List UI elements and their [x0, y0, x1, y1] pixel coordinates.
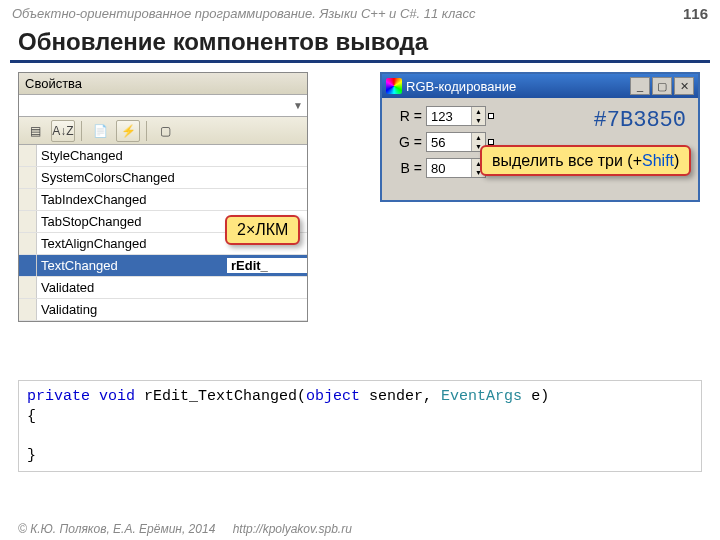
maximize-button[interactable]: ▢	[652, 77, 672, 95]
close-button[interactable]: ✕	[674, 77, 694, 95]
page-title: Обновление компонентов вывода	[18, 28, 428, 56]
rgb-window-title: RGB-кодирование	[406, 79, 516, 94]
keyword: void	[99, 388, 135, 405]
breadcrumb: Объектно-ориентированное программировани…	[12, 6, 476, 21]
numeric-value: 56	[427, 135, 471, 150]
property-row[interactable]: TextChangedrEdit_	[19, 255, 307, 277]
type: EventArgs	[441, 388, 522, 405]
numeric-value: 123	[427, 109, 471, 124]
rgb-label: G =	[392, 134, 422, 150]
code-text: }	[27, 447, 36, 464]
property-name: SystemColorsChanged	[37, 170, 227, 185]
spin-up-icon[interactable]: ▲	[472, 107, 485, 116]
copyright: © К.Ю. Поляков, Е.А. Ерёмин, 2014	[18, 522, 215, 536]
callout-shift-key: Shift	[642, 152, 674, 169]
page-number: 116	[683, 5, 708, 22]
property-row[interactable]: SystemColorsChanged	[19, 167, 307, 189]
code-text: {	[27, 408, 36, 425]
code-block: private void rEdit_TextChanged(object se…	[18, 380, 702, 472]
callout-text: )	[674, 152, 679, 169]
toolbar-separator	[146, 121, 147, 141]
categorized-button[interactable]: ▤	[23, 120, 47, 142]
property-name: TextChanged	[37, 258, 227, 273]
property-name: Validated	[37, 280, 227, 295]
property-value[interactable]: rEdit_	[227, 258, 307, 273]
callout-text: выделить все три (+	[492, 152, 642, 169]
rgb-label: R =	[392, 108, 422, 124]
properties-panel-title: Свойства	[19, 73, 307, 95]
spin-down-icon[interactable]: ▼	[472, 116, 485, 125]
property-name: TabIndexChanged	[37, 192, 227, 207]
property-pages-button[interactable]: ▢	[153, 120, 177, 142]
spin-up-icon[interactable]: ▲	[472, 133, 485, 142]
hex-value: #7B3850	[594, 108, 686, 133]
callout-select-all: выделить все три (+Shift)	[480, 145, 691, 176]
app-icon	[386, 78, 402, 94]
properties-object-combo[interactable]: ▼	[19, 95, 307, 117]
rgb-label: B =	[392, 160, 422, 176]
property-row[interactable]: TabIndexChanged	[19, 189, 307, 211]
numeric-updown[interactable]: 123▲▼	[426, 106, 486, 126]
numeric-value: 80	[427, 161, 471, 176]
rgb-window-titlebar[interactable]: RGB-кодирование _ ▢ ✕	[382, 74, 698, 98]
minimize-button[interactable]: _	[630, 77, 650, 95]
property-row[interactable]: Validated	[19, 277, 307, 299]
events-button[interactable]: ⚡	[116, 120, 140, 142]
alphabetical-button[interactable]: A↓Z	[51, 120, 75, 142]
selection-handle[interactable]	[488, 113, 494, 119]
code-text: sender,	[360, 388, 441, 405]
property-row[interactable]: StyleChanged	[19, 145, 307, 167]
code-text: rEdit_TextChanged(	[135, 388, 306, 405]
callout-double-click: 2×ЛКМ	[225, 215, 300, 245]
rgb-window: RGB-кодирование _ ▢ ✕ R =123▲▼G =56▲▼B =…	[380, 72, 700, 202]
toolbar-separator	[81, 121, 82, 141]
numeric-updown[interactable]: 80▲▼	[426, 158, 486, 178]
keyword: private	[27, 388, 90, 405]
property-name: StyleChanged	[37, 148, 227, 163]
numeric-updown[interactable]: 56▲▼	[426, 132, 486, 152]
keyword: object	[306, 388, 360, 405]
property-name: TabStopChanged	[37, 214, 227, 229]
footer: © К.Ю. Поляков, Е.А. Ерёмин, 2014 http:/…	[18, 522, 352, 536]
property-name: Validating	[37, 302, 227, 317]
properties-button[interactable]: 📄	[88, 120, 112, 142]
footer-url: http://kpolyakov.spb.ru	[233, 522, 352, 536]
code-text: e)	[522, 388, 549, 405]
properties-panel: Свойства ▼ ▤ A↓Z 📄 ⚡ ▢ StyleChangedSyste…	[18, 72, 308, 322]
property-row[interactable]: Validating	[19, 299, 307, 321]
properties-toolbar: ▤ A↓Z 📄 ⚡ ▢	[19, 117, 307, 145]
title-underline	[10, 60, 710, 63]
chevron-down-icon: ▼	[293, 100, 303, 111]
property-name: TextAlignChanged	[37, 236, 227, 251]
